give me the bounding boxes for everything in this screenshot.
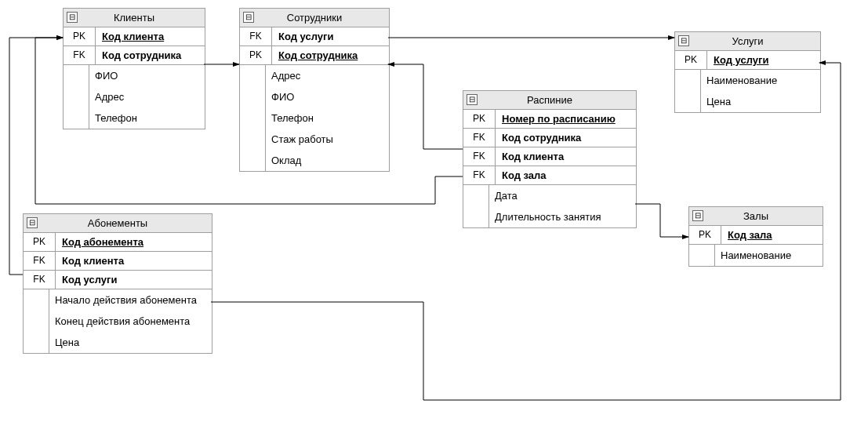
field-label: Код сотрудника <box>272 46 389 64</box>
field-label: Дата <box>488 185 636 206</box>
entity-halls-title: ⊟ Залы <box>689 207 823 226</box>
title-text: Услуги <box>732 35 764 47</box>
row-pk-employees: PK Код сотрудника <box>240 46 389 65</box>
row-fk-schedule-hall: FK Код зала <box>463 166 636 185</box>
field-label: Цена <box>49 332 212 353</box>
field-label: Код сотрудника <box>496 129 636 147</box>
entity-clients-title: ⊟ Клиенты <box>64 9 205 27</box>
field-label: Длительность занятия <box>488 206 636 227</box>
key-label: PK <box>675 51 707 69</box>
row-fk-clients-employee: FK Код сотрудника <box>64 46 205 65</box>
field-label: Оклад <box>265 150 389 171</box>
entity-employees[interactable]: ⊟ Сотрудники FK Код услуги PK Код сотруд… <box>239 8 390 172</box>
field-label: Код зала <box>496 166 636 184</box>
er-diagram-canvas: ⊟ Клиенты PK Код клиента FK Код сотрудни… <box>0 0 868 422</box>
entity-clients[interactable]: ⊟ Клиенты PK Код клиента FK Код сотрудни… <box>63 8 205 129</box>
row-fk-schedule-client: FK Код клиента <box>463 147 636 166</box>
row-pk-schedule: PK Номер по расписанию <box>463 110 636 129</box>
plain-block: Адрес ФИО Телефон Стаж работы Оклад <box>240 65 389 171</box>
field-label: Номер по расписанию <box>496 110 636 128</box>
entity-subscriptions[interactable]: ⊟ Абонементы PK Код абонемента FK Код кл… <box>23 213 212 354</box>
field-label: Телефон <box>89 107 205 129</box>
row-fk-employees-service: FK Код услуги <box>240 27 389 46</box>
row-pk-halls: PK Код зала <box>689 226 823 245</box>
field-label: Конец действия абонемента <box>49 311 212 332</box>
entity-services[interactable]: ⊟ Услуги PK Код услуги Наименование Цена <box>674 31 821 113</box>
collapse-icon[interactable]: ⊟ <box>678 35 689 46</box>
row-pk-clients: PK Код клиента <box>64 27 205 46</box>
field-label: Начало действия абонемента <box>49 289 212 311</box>
key-label: PK <box>240 46 272 64</box>
field-label: Адрес <box>89 86 205 107</box>
field-label: Стаж работы <box>265 129 389 150</box>
key-label: FK <box>463 129 496 147</box>
field-label: ФИО <box>89 65 205 86</box>
collapse-icon[interactable]: ⊟ <box>27 217 38 228</box>
key-label: PK <box>689 226 721 244</box>
collapse-icon[interactable]: ⊟ <box>243 12 254 23</box>
title-text: Залы <box>743 210 768 222</box>
field-label: Код клиента <box>56 252 212 270</box>
plain-block: Дата Длительность занятия <box>463 185 636 227</box>
field-label: Адрес <box>265 65 389 86</box>
key-label: FK <box>463 166 496 184</box>
entity-services-title: ⊟ Услуги <box>675 32 820 51</box>
field-label: Цена <box>700 91 820 112</box>
row-fk-schedule-employee: FK Код сотрудника <box>463 129 636 147</box>
key-label: PK <box>463 110 496 128</box>
key-label: FK <box>64 46 96 64</box>
entity-subscriptions-title: ⊟ Абонементы <box>24 214 212 233</box>
collapse-icon[interactable]: ⊟ <box>67 12 78 23</box>
key-label: FK <box>240 27 272 45</box>
title-text: Клиенты <box>114 12 154 24</box>
plain-block: Начало действия абонемента Конец действи… <box>24 289 212 353</box>
entity-schedule-title: ⊟ Распиние <box>463 91 636 110</box>
title-text: Распиние <box>527 94 572 106</box>
row-pk-services: PK Код услуги <box>675 51 820 70</box>
key-label: FK <box>24 271 56 289</box>
entity-halls[interactable]: ⊟ Залы PK Код зала Наименование <box>688 206 823 267</box>
plain-block: Наименование <box>689 245 823 266</box>
collapse-icon[interactable]: ⊟ <box>467 94 478 105</box>
plain-block: ФИО Адрес Телефон <box>64 65 205 129</box>
row-pk-subscriptions: PK Код абонемента <box>24 233 212 252</box>
title-text: Сотрудники <box>287 12 342 24</box>
field-label: ФИО <box>265 86 389 107</box>
field-label: Код услуги <box>707 51 820 69</box>
row-fk-subscriptions-service: FK Код услуги <box>24 271 212 289</box>
key-label: PK <box>24 233 56 251</box>
row-fk-subscriptions-client: FK Код клиента <box>24 252 212 271</box>
field-label: Код клиента <box>496 147 636 166</box>
field-label: Код услуги <box>272 27 389 45</box>
field-label: Код услуги <box>56 271 212 289</box>
key-label: PK <box>64 27 96 45</box>
entity-schedule[interactable]: ⊟ Распиние PK Номер по расписанию FK Код… <box>463 90 637 228</box>
field-label: Наименование <box>714 245 823 266</box>
field-label: Код сотрудника <box>96 46 205 64</box>
entity-employees-title: ⊟ Сотрудники <box>240 9 389 27</box>
title-text: Абонементы <box>88 217 147 229</box>
collapse-icon[interactable]: ⊟ <box>692 210 703 221</box>
field-label: Код зала <box>721 226 823 244</box>
key-label: FK <box>463 147 496 166</box>
key-label: FK <box>24 252 56 270</box>
field-label: Телефон <box>265 107 389 129</box>
field-label: Наименование <box>700 70 820 91</box>
field-label: Код клиента <box>96 27 205 45</box>
field-label: Код абонемента <box>56 233 212 251</box>
plain-block: Наименование Цена <box>675 70 820 112</box>
